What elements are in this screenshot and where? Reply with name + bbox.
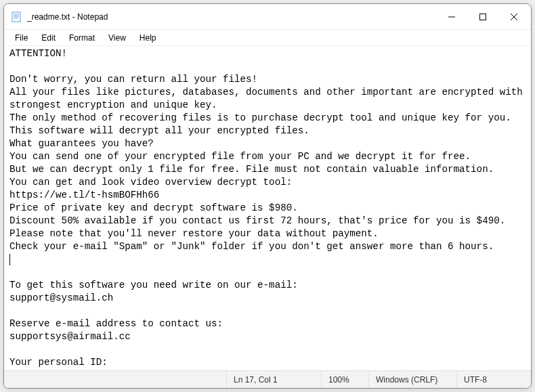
status-zoom: 100% — [321, 371, 368, 388]
minimize-icon — [448, 14, 455, 20]
window-controls — [436, 4, 530, 29]
menu-bar: File Edit Format View Help — [4, 30, 531, 46]
status-bar: Ln 17, Col 1 100% Windows (CRLF) UTF-8 — [4, 370, 531, 388]
close-icon — [511, 14, 517, 20]
status-encoding: UTF-8 — [456, 371, 531, 388]
document-text: ATTENTION! Don't worry, you can return a… — [9, 48, 528, 370]
status-line-ending: Windows (CRLF) — [368, 371, 456, 388]
text-editor[interactable]: ATTENTION! Don't worry, you can return a… — [4, 46, 531, 370]
status-spacer — [4, 371, 226, 388]
menu-format[interactable]: Format — [62, 32, 102, 44]
text-caret — [9, 254, 10, 265]
title-bar: _readme.txt - Notepad — [4, 4, 531, 30]
status-position: Ln 17, Col 1 — [226, 371, 321, 388]
close-button[interactable] — [498, 4, 530, 29]
menu-help[interactable]: Help — [133, 32, 163, 44]
menu-edit[interactable]: Edit — [35, 32, 62, 44]
maximize-button[interactable] — [467, 4, 498, 29]
svg-rect-6 — [480, 14, 486, 20]
notepad-window: _readme.txt - Notepad File Edit Format V… — [3, 3, 532, 389]
notepad-icon — [11, 12, 22, 22]
maximize-icon — [479, 14, 486, 20]
menu-file[interactable]: File — [8, 32, 35, 44]
minimize-button[interactable] — [436, 4, 467, 29]
menu-view[interactable]: View — [102, 32, 133, 44]
window-title: _readme.txt - Notepad — [27, 12, 436, 22]
